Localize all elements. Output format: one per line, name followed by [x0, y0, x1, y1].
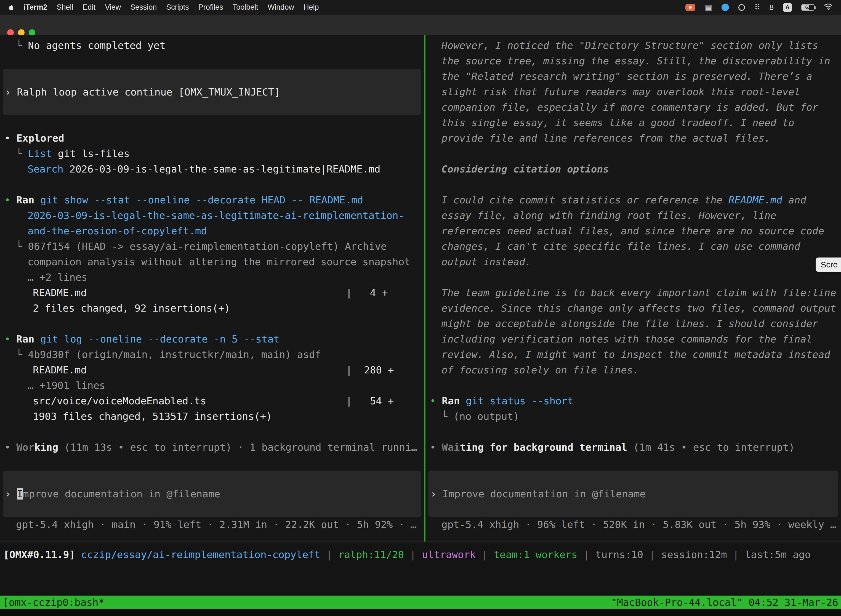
tree-branch-glyph: └ [16, 148, 28, 159]
ran-label: Ran [16, 333, 34, 345]
input-text: Improve documentation in @filename [442, 488, 646, 500]
menu-view[interactable]: View [100, 3, 126, 12]
bullet-glyph: • [4, 441, 16, 453]
ran-git-status-header: • Ran git status --short [425, 393, 841, 409]
bullet-glyph: • [4, 194, 16, 205]
tmux-status-bar: [omx-cczip0:bash* "MacBook-Pro-44.local"… [0, 595, 841, 609]
right-terminal-pane[interactable]: However, I noticed the "Directory Struct… [425, 35, 841, 541]
git-log-summary: 1903 files changed, 513517 insertions(+) [0, 409, 424, 424]
tree-branch-glyph: └ [16, 241, 28, 252]
menu-help[interactable]: Help [299, 3, 324, 12]
readme-link: README.md [728, 194, 782, 205]
git-log-command: git log --oneline --decorate -n 5 --stat [34, 333, 280, 345]
list-args: git ls-files [52, 148, 130, 159]
ran-git-log-header: • Ran git log --oneline --decorate -n 5 … [0, 331, 424, 347]
waiting-shimmer-dim: Wai [442, 441, 460, 453]
input-text: mprove documentation in @filename [23, 488, 220, 500]
battery-nub [815, 6, 816, 9]
bullet-glyph: • [4, 333, 16, 345]
working-shimmer-bright: king [34, 441, 58, 453]
bullet-glyph: • [430, 395, 442, 406]
menu-bar-status-icons: ▦ ⠿ 8 A 61 [686, 3, 834, 12]
menu-toolbelt[interactable]: Toolbelt [228, 3, 263, 12]
explored-label: Explored [16, 132, 64, 144]
ralph-loop-banner: › Ralph loop active continue [OMX_TMUX_I… [3, 69, 421, 115]
menu-scripts[interactable]: Scripts [161, 3, 194, 12]
omx-mode: ultrawork [422, 549, 476, 560]
macos-menu-bar: iTerm2 Shell Edit View Session Scripts P… [0, 0, 841, 15]
menu-edit[interactable]: Edit [78, 3, 100, 12]
git-log-more-lines: … +1901 lines [0, 378, 424, 393]
right-session-status-line: gpt-5.4 xhigh · 96% left · 520K in · 5.8… [425, 517, 841, 532]
working-detail: (11m 13s • esc to interrupt) · 1 backgro… [58, 441, 417, 453]
waiting-shimmer-bright: ting for background terminal [460, 441, 627, 453]
menu-profiles[interactable]: Profiles [194, 3, 228, 12]
file-stat: | 54 + [346, 393, 394, 409]
thinking-paragraph-2: I could cite commit statistics or refere… [425, 192, 841, 208]
prompt-chevron: › [5, 87, 17, 98]
no-agents-text: No agents completed yet [28, 40, 166, 51]
git-show-output-line-1: └ 067f154 (HEAD -> essay/ai-reimplementa… [0, 239, 424, 254]
menu-shell[interactable]: Shell [52, 3, 78, 12]
tree-branch-glyph: └ [441, 411, 453, 422]
app-grid-icon[interactable]: ▦ [705, 4, 712, 11]
battery-indicator[interactable]: 61 [801, 4, 815, 11]
apple-icon [8, 3, 15, 12]
prompt-chevron: › [431, 488, 442, 500]
git-show-arg-line-1: 2026-03-09-is-legal-the-same-as-legitima… [0, 208, 424, 223]
left-prompt-input[interactable]: › Improve documentation in @filename [3, 471, 421, 517]
prompt-chevron: › [5, 488, 17, 500]
omx-status-area: [OMX#0.11.9] cczip/essay/ai-reimplementa… [0, 541, 841, 595]
git-show-summary: 2 files changed, 92 insertions(+) [0, 301, 424, 316]
file-name: README.md [33, 364, 86, 375]
git-show-output-line-2: companion analysis without altering the … [0, 254, 424, 270]
screen-recording-indicator[interactable] [686, 4, 695, 11]
omx-turns: turns:10 [595, 549, 643, 560]
omx-status-line: [OMX#0.11.9] cczip/essay/ai-reimplementa… [0, 542, 841, 560]
omx-last-activity: last:5m ago [745, 549, 811, 560]
menu-window[interactable]: Window [263, 3, 299, 12]
menu-items: iTerm2 Shell Edit View Session Scripts P… [7, 3, 323, 12]
screen-overlay-button[interactable]: Scre [816, 258, 841, 272]
git-log-output-line-1: └ 4b9d30f (origin/main, instructkr/main,… [0, 347, 424, 362]
explored-header: • Explored [0, 131, 424, 146]
omx-session-time: session:12m [661, 549, 727, 560]
tmux-host-clock: "MacBook-Pro-44.local" 04:52 31-Mar-26 [611, 595, 838, 609]
file-stat: | 4 + [346, 285, 388, 301]
blue-app-icon[interactable] [722, 4, 729, 11]
thinking-paragraph-1: However, I noticed the "Directory Struct… [425, 38, 841, 53]
wifi-icon[interactable] [824, 3, 833, 12]
explored-list-line: └ List git ls-files [0, 146, 424, 161]
menu-session[interactable]: Session [126, 3, 161, 12]
working-shimmer-dim: Wor [16, 441, 34, 453]
file-stat: | 280 + [346, 362, 394, 378]
ran-label: Ran [442, 395, 460, 406]
omx-team: team:1 workers [494, 549, 577, 560]
terminal-bottom-padding [0, 609, 841, 616]
tree-branch-glyph: └ [16, 40, 28, 51]
ran-label: Ran [16, 194, 34, 205]
no-agents-line: └ No agents completed yet [0, 38, 424, 53]
right-prompt-input[interactable]: › Improve documentation in @filename [428, 471, 838, 517]
file-name: README.md [33, 287, 86, 298]
bullet-glyph: • [4, 132, 16, 144]
search-args: 2026-03-09-is-legal-the-same-as-legitima… [63, 163, 381, 175]
app-icon-eight[interactable]: 8 [769, 4, 774, 11]
ran-git-show-header: • Ran git show --stat --oneline --decora… [0, 192, 424, 208]
screen-overlay-label: Scre [820, 260, 838, 269]
window-title-bar[interactable]: omx --xhigh --madmax ⌥⌘1 [0, 15, 841, 35]
left-terminal-pane[interactable]: └ No agents completed yet › Ralph loop a… [0, 35, 424, 541]
dots-grid-icon[interactable]: ⠿ [755, 4, 760, 11]
list-verb: List [28, 148, 52, 159]
file-name: src/voice/voiceModeEnabled.ts [33, 395, 207, 406]
battery-percent: 61 [806, 5, 811, 10]
menu-iterm2[interactable]: iTerm2 [19, 3, 52, 12]
apple-menu[interactable] [7, 3, 19, 12]
left-session-status-line: gpt-5.4 xhigh · main · 91% left · 2.31M … [0, 517, 424, 532]
omx-worktree: cczip/essay/ai-reimplementation-copyleft [75, 549, 320, 560]
thinking-paragraph-3: The team guideline is to back every impo… [425, 285, 841, 301]
git-show-more-lines: … +2 lines [0, 270, 424, 285]
waiting-status-line: • Waiting for background terminal (1m 41… [425, 440, 841, 455]
keyboard-input-source-icon[interactable]: A [783, 3, 792, 12]
ring-app-icon[interactable] [738, 4, 745, 11]
